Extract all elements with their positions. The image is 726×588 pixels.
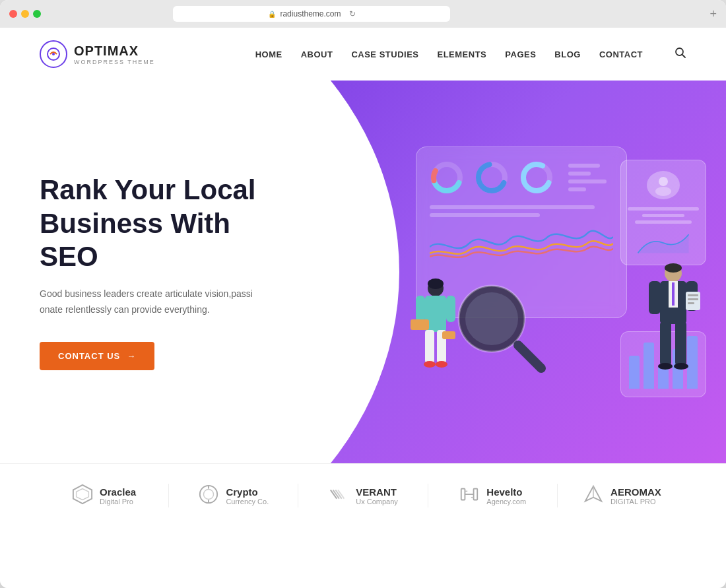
logo-text: OPTIMAX WORDPRESS THEME xyxy=(74,44,155,65)
svg-rect-40 xyxy=(688,298,698,300)
svg-rect-31 xyxy=(672,282,675,306)
aeromax-icon xyxy=(583,484,604,507)
svg-point-14 xyxy=(428,278,444,289)
verant-text: VERANT Ux Company xyxy=(356,486,398,506)
minimize-button[interactable] xyxy=(21,10,29,18)
address-bar[interactable]: 🔒 radiustheme.com ↻ xyxy=(173,6,450,22)
partner-aeromax: AEROMAX DIGITAL PRO xyxy=(557,484,686,507)
donut-chart-1 xyxy=(430,160,464,195)
hevelto-sub: Agency.com xyxy=(486,498,526,506)
nav-pages[interactable]: PAGES xyxy=(505,49,536,59)
svg-point-1 xyxy=(52,53,55,55)
wave-chart xyxy=(430,224,613,263)
bar-line-3 xyxy=(568,180,607,183)
bottom-bars xyxy=(430,205,613,217)
hevelto-name: Hevelto xyxy=(486,486,526,498)
verant-icon xyxy=(328,484,349,507)
svg-rect-33 xyxy=(675,322,686,365)
svg-rect-36 xyxy=(649,281,661,314)
refresh-icon[interactable]: ↻ xyxy=(349,9,356,18)
profile-lines xyxy=(628,207,699,224)
bar-line-2 xyxy=(568,172,591,176)
nav-about[interactable]: ABOUT xyxy=(301,49,333,59)
oraclea-sub: Digital Pro xyxy=(100,498,136,506)
svg-rect-53 xyxy=(474,489,478,500)
nav-links: HOME ABOUT CASE STUDIES ELEMENTS PAGES B… xyxy=(255,47,686,61)
close-button[interactable] xyxy=(9,10,17,18)
nav-contact[interactable]: CONTACT xyxy=(599,49,643,59)
website-content: OPTIMAX WORDPRESS THEME HOME ABOUT CASE … xyxy=(0,28,726,588)
partner-oraclea: Oraclea Digital Pro xyxy=(40,484,168,507)
svg-point-28 xyxy=(665,263,682,273)
magnifying-glass xyxy=(455,282,548,377)
aeromax-sub: DIGITAL PRO xyxy=(610,498,661,506)
bottom-bar-2 xyxy=(430,213,540,217)
crypto-text: Crypto Currency Co. xyxy=(226,486,269,506)
nav-blog[interactable]: BLOG xyxy=(554,49,581,59)
lock-icon: 🔒 xyxy=(268,11,276,18)
person-right-figure xyxy=(644,259,703,404)
partner-hevelto: Hevelto Agency.com xyxy=(428,484,557,507)
logo[interactable]: OPTIMAX WORDPRESS THEME xyxy=(40,40,155,68)
nav-case-studies[interactable]: CASE STUDIES xyxy=(351,49,418,59)
oraclea-icon xyxy=(72,484,93,507)
logo-subtitle: WORDPRESS THEME xyxy=(74,59,155,65)
logo-icon xyxy=(40,40,67,68)
hero-title: Rank Your Local Business With SEO xyxy=(40,174,277,273)
svg-point-45 xyxy=(204,489,214,499)
navbar: OPTIMAX WORDPRESS THEME HOME ABOUT CASE … xyxy=(0,28,726,81)
person-left-figure xyxy=(409,272,462,404)
cta-arrow: → xyxy=(127,351,136,361)
mini-bar-1 xyxy=(629,356,640,389)
verant-sub: Ux Company xyxy=(356,498,398,506)
svg-line-3 xyxy=(682,55,686,58)
bar-lines-right xyxy=(564,160,613,195)
crypto-icon xyxy=(198,484,219,507)
nav-elements[interactable]: ELEMENTS xyxy=(437,49,486,59)
bar-line-1 xyxy=(568,164,600,168)
svg-point-12 xyxy=(655,187,671,196)
hero-description: Good business leaders create articulate … xyxy=(40,286,264,318)
svg-rect-20 xyxy=(416,296,425,322)
partner-verant: VERANT Ux Company xyxy=(298,484,427,507)
crypto-sub: Currency Co. xyxy=(226,498,269,506)
svg-rect-23 xyxy=(442,331,455,339)
svg-point-34 xyxy=(658,363,673,370)
contact-us-button[interactable]: CONTACT US → xyxy=(40,342,154,370)
hevelto-text: Hevelto Agency.com xyxy=(486,486,526,506)
verant-name: VERANT xyxy=(356,486,398,498)
oraclea-name: Oraclea xyxy=(100,486,136,498)
partners-section: Oraclea Digital Pro Crypto Currency Co. xyxy=(0,463,726,527)
svg-rect-21 xyxy=(446,296,455,322)
url-text: radiustheme.com xyxy=(280,9,341,18)
aeromax-text: AEROMAX DIGITAL PRO xyxy=(610,486,661,506)
svg-marker-43 xyxy=(77,489,89,500)
svg-point-35 xyxy=(674,363,688,370)
browser-window: 🔒 radiustheme.com ↻ + OPTIMAX WORDPRESS … xyxy=(0,0,726,588)
browser-chrome: 🔒 radiustheme.com ↻ + xyxy=(0,0,726,28)
hero-content: Rank Your Local Business With SEO Good b… xyxy=(0,134,317,410)
svg-line-26 xyxy=(518,345,541,368)
svg-rect-16 xyxy=(425,330,434,363)
donut-row xyxy=(430,160,613,195)
partner-crypto: Crypto Currency Co. xyxy=(168,484,298,507)
hevelto-icon xyxy=(459,484,480,507)
maximize-button[interactable] xyxy=(33,10,41,18)
profile-card xyxy=(620,160,706,265)
svg-rect-52 xyxy=(461,489,465,500)
logo-name: OPTIMAX xyxy=(74,44,155,59)
hero-illustration xyxy=(376,140,706,404)
svg-rect-22 xyxy=(411,319,429,330)
cta-label: CONTACT US xyxy=(58,351,120,361)
bar-line-4 xyxy=(568,187,586,191)
profile-line-2 xyxy=(642,214,685,217)
aeromax-name: AEROMAX xyxy=(610,486,661,498)
new-tab-button[interactable]: + xyxy=(710,7,717,21)
search-icon[interactable] xyxy=(675,47,686,61)
nav-home[interactable]: HOME xyxy=(255,49,282,59)
mini-bar-chart xyxy=(630,232,696,254)
hero-section: Rank Your Local Business With SEO Good b… xyxy=(0,81,726,463)
svg-point-11 xyxy=(659,177,668,186)
svg-point-25 xyxy=(465,292,518,345)
profile-line-1 xyxy=(628,207,699,211)
